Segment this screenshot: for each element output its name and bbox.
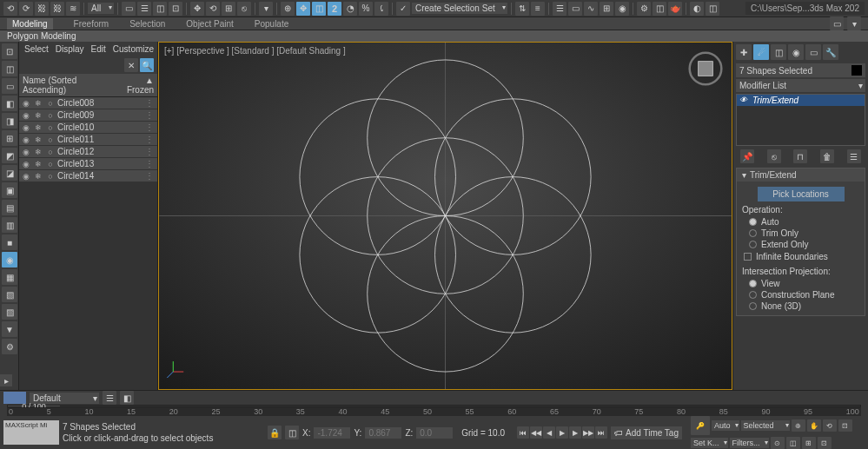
utilities-tab-icon[interactable]: 🔧 (823, 44, 838, 60)
remove-mod-icon[interactable]: 🗑 (820, 149, 834, 163)
frozen-cell[interactable]: ⋮ (143, 135, 156, 144)
ribbon-expand-icon[interactable]: ▭ (830, 17, 844, 30)
prev-frame-button[interactable]: ◀◀ (530, 426, 542, 439)
nav-icon[interactable]: ✋ (807, 419, 821, 432)
eye-icon[interactable]: ◉ (21, 160, 31, 168)
viewport-label[interactable]: [+] [Perspective ] [Standard ] [Default … (164, 46, 346, 56)
tool-icon[interactable]: ◨ (2, 113, 17, 129)
tool-icon[interactable]: ▣ (2, 182, 17, 198)
angle-snap-button[interactable]: ◫ (312, 2, 326, 16)
redo-button[interactable]: ⟳ (19, 2, 33, 16)
scene-row[interactable]: ◉❄○Circle010⋮ (19, 122, 157, 134)
motion-tab-icon[interactable]: ◉ (788, 44, 804, 60)
spinner-snap-button[interactable]: ⤹ (374, 2, 388, 16)
set-key-button[interactable]: Set K... (691, 438, 728, 448)
tool-icon[interactable]: ▨ (2, 304, 17, 320)
curve-editor-button[interactable]: ∿ (584, 2, 598, 16)
nav-icon[interactable]: ⊡ (838, 419, 852, 432)
selection-name-field[interactable]: 7 Shapes Selected (736, 63, 865, 77)
col-frozen-header[interactable]: ▲ Frozen (117, 76, 154, 95)
create-tab-icon[interactable]: ✚ (736, 44, 752, 60)
scene-row[interactable]: ◉❄○Circle013⋮ (19, 158, 157, 170)
align-button[interactable]: ≡ (531, 2, 545, 16)
scene-row[interactable]: ◉❄○Circle011⋮ (19, 134, 157, 146)
goto-start-button[interactable]: ⏮ (517, 426, 529, 439)
rollout-header[interactable]: ▾ Trim/Extend (737, 168, 865, 182)
tool-icon[interactable]: ▧ (2, 287, 17, 302)
freeze-icon[interactable]: ❄ (33, 99, 43, 108)
arnold-button[interactable]: ◐ (690, 2, 704, 16)
filter-icon[interactable]: ▼ (2, 321, 17, 337)
eye-icon[interactable]: ◉ (21, 148, 31, 156)
display-tab-icon[interactable]: ▭ (805, 44, 821, 60)
material-editor-button[interactable]: ◉ (615, 2, 629, 16)
color-swatch[interactable] (851, 65, 862, 76)
frozen-cell[interactable]: ⋮ (143, 122, 156, 132)
nav-icon[interactable]: ◫ (786, 437, 800, 449)
ribbon-min-icon[interactable]: ▾ (847, 17, 861, 30)
check-infinite-boundaries[interactable]: Infinite Boundaries (742, 250, 859, 263)
menu-customize[interactable]: Customize (113, 44, 154, 54)
nav-icon[interactable]: ⊕ (792, 419, 805, 432)
nav-icon[interactable]: ⊞ (802, 437, 816, 449)
tool-icon[interactable]: ⊞ (2, 130, 17, 146)
frozen-cell[interactable]: ⋮ (143, 171, 156, 181)
move-button[interactable]: ✥ (190, 2, 204, 16)
unlink-button[interactable]: ⛓ (50, 2, 64, 16)
sel-lock-icon[interactable]: ◫ (285, 426, 299, 439)
create-selection-set-dropdown[interactable]: Create Selection Set (412, 3, 507, 14)
render-setup-button[interactable]: ⚙ (637, 2, 651, 16)
menu-select[interactable]: Select (24, 44, 49, 54)
tool-icon[interactable]: ◩ (2, 148, 17, 163)
radio-proj-view[interactable]: View (742, 278, 859, 289)
search-icon[interactable]: 🔍 (140, 58, 154, 72)
render-frame-button[interactable]: ◫ (653, 2, 666, 16)
lock-icon[interactable]: 🔒 (268, 426, 282, 439)
maxscript-listener[interactable]: MAXScript Mi (3, 420, 59, 445)
layer-tool-icon[interactable]: ◧ (120, 391, 134, 405)
render-button[interactable]: 🫖 (668, 2, 682, 16)
eye-icon[interactable]: ◉ (21, 135, 31, 144)
schematic-view-button[interactable]: ⊞ (600, 2, 613, 16)
tool-icon[interactable]: ▥ (2, 217, 17, 233)
frozen-cell[interactable]: ⋮ (143, 159, 156, 168)
eye-icon[interactable]: ◉ (21, 111, 31, 120)
angle-button[interactable]: ◔ (343, 2, 357, 16)
named-sel-button[interactable]: ✓ (396, 2, 410, 16)
scene-column-header[interactable]: Name (Sorted Ascending) ▲ Frozen (19, 74, 157, 97)
project-path[interactable]: C:\Users\Sep...3ds Max 202 (745, 2, 865, 15)
link-button[interactable]: ⛓ (35, 2, 49, 16)
radio-auto[interactable]: Auto (742, 216, 859, 228)
layer-explorer-button[interactable]: ☰ (553, 2, 567, 16)
snap-2-button[interactable]: 2 (328, 2, 341, 16)
tool-icon[interactable]: ◪ (2, 165, 17, 181)
frozen-cell[interactable]: ⋮ (143, 98, 156, 108)
prev-key-button[interactable]: ◀ (543, 426, 555, 439)
tab-populate[interactable]: Populate (255, 19, 288, 29)
key-mode-icon[interactable]: 🔑 (691, 416, 710, 435)
nav-icon[interactable]: ⟲ (823, 419, 837, 432)
key-filters-button[interactable]: Filters... (730, 438, 769, 448)
y-coord-input[interactable]: 0.867 (365, 427, 401, 439)
unique-icon[interactable]: ⊓ (793, 149, 807, 163)
viewport[interactable]: [+] [Perspective ] [Standard ] [Default … (158, 42, 732, 390)
eye-icon[interactable]: ◉ (21, 99, 31, 108)
rotate-button[interactable]: ⟲ (206, 2, 220, 16)
scene-row[interactable]: ◉❄○Circle009⋮ (19, 109, 157, 122)
nav-icon[interactable]: ⊙ (771, 437, 785, 449)
modifier-list-dropdown[interactable]: Modifier List (736, 79, 865, 92)
subribbon-label[interactable]: Polygon Modeling (7, 31, 76, 41)
tab-selection[interactable]: Selection (129, 19, 165, 29)
tool-icon[interactable]: ⊡ (2, 43, 17, 59)
move-tool-button[interactable]: ✥ (296, 2, 310, 16)
auto-key-button[interactable]: Auto (712, 420, 739, 431)
time-ruler[interactable]: 0510152025303540455055606570758085909510… (7, 407, 861, 416)
layer-tool-icon[interactable]: ☰ (103, 391, 116, 405)
ref-coord-button[interactable]: ▾ (259, 2, 273, 16)
tool-icon[interactable]: ▦ (2, 269, 17, 285)
tab-objectpaint[interactable]: Object Paint (186, 19, 233, 29)
tab-modeling[interactable]: Modeling (7, 18, 53, 30)
freeze-icon[interactable]: ❄ (33, 135, 43, 144)
key-target-dropdown[interactable]: Selected (741, 420, 790, 431)
next-frame-button[interactable]: ▶▶ (582, 426, 594, 439)
